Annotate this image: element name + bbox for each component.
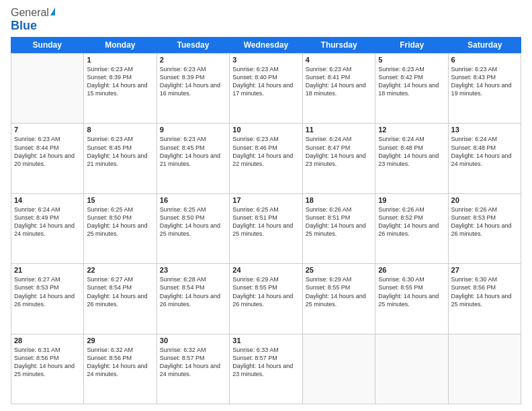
sunrise-text: Sunrise: 6:28 AM [160,276,206,283]
sunset-text: Sunset: 8:56 PM [14,355,59,361]
day-number: 27 [451,266,518,274]
header-day-saturday: Saturday [448,37,521,53]
sunset-text: Sunset: 8:48 PM [378,144,423,151]
logo-general-text: General [11,7,49,19]
calendar-row-3: 14Sunrise: 6:24 AMSunset: 8:49 PMDayligh… [11,194,521,264]
daylight-minutes-text: 15 minutes. [87,90,118,97]
daylight-minutes-text: 25 minutes. [451,301,483,308]
sunset-text: Sunset: 8:49 PM [14,214,59,221]
sunset-text: Sunset: 8:55 PM [306,284,351,291]
daylight-minutes-text: 21 minutes. [160,161,191,167]
sunset-text: Sunset: 8:57 PM [160,355,205,361]
daylight-text: Daylight: 14 hours and [378,82,439,89]
day-number: 28 [14,336,81,345]
day-number: 22 [87,266,153,274]
header-day-thursday: Thursday [302,37,375,53]
daylight-minutes-text: 26 minutes. [232,301,264,308]
sunset-text: Sunset: 8:41 PM [306,74,351,81]
day-number: 13 [451,126,518,134]
daylight-text: Daylight: 14 hours and [160,82,220,89]
sunset-text: Sunset: 8:46 PM [232,144,277,151]
day-number: 21 [14,266,81,274]
daylight-text: Daylight: 14 hours and [451,293,512,300]
sunset-text: Sunset: 8:47 PM [306,144,351,151]
day-cell-18: 18Sunrise: 6:26 AMSunset: 8:51 PMDayligh… [303,194,375,263]
daylight-text: Daylight: 14 hours and [87,82,147,89]
sunset-text: Sunset: 8:51 PM [306,214,351,221]
day-cell-10: 10Sunrise: 6:23 AMSunset: 8:46 PMDayligh… [230,124,302,193]
sunrise-text: Sunrise: 6:23 AM [87,136,133,142]
day-cell-7: 7Sunrise: 6:23 AMSunset: 8:44 PMDaylight… [11,124,84,193]
day-info: Sunrise: 6:25 AMSunset: 8:51 PMDaylight:… [232,205,299,238]
daylight-text: Daylight: 14 hours and [451,222,512,229]
sunset-text: Sunset: 8:39 PM [160,74,205,81]
day-info: Sunrise: 6:31 AMSunset: 8:56 PMDaylight:… [14,346,81,379]
day-info: Sunrise: 6:24 AMSunset: 8:48 PMDaylight:… [378,135,445,168]
day-number: 17 [232,196,299,204]
day-info: Sunrise: 6:24 AMSunset: 8:47 PMDaylight:… [306,135,372,168]
daylight-minutes-text: 22 minutes. [232,161,264,167]
day-cell-26: 26Sunrise: 6:30 AMSunset: 8:55 PMDayligh… [375,264,448,333]
day-info: Sunrise: 6:25 AMSunset: 8:50 PMDaylight:… [160,205,226,238]
sunrise-text: Sunrise: 6:23 AM [87,66,133,73]
day-info: Sunrise: 6:29 AMSunset: 8:55 PMDaylight:… [232,275,299,308]
daylight-text: Daylight: 14 hours and [232,222,293,229]
sunset-text: Sunset: 8:42 PM [378,74,423,81]
day-info: Sunrise: 6:32 AMSunset: 8:57 PMDaylight:… [160,346,226,379]
daylight-minutes-text: 21 minutes. [87,161,118,167]
day-cell-3: 3Sunrise: 6:23 AMSunset: 8:40 PMDaylight… [230,54,302,123]
day-info: Sunrise: 6:30 AMSunset: 8:56 PMDaylight:… [451,275,518,308]
day-cell-15: 15Sunrise: 6:25 AMSunset: 8:50 PMDayligh… [84,194,157,263]
sunset-text: Sunset: 8:52 PM [378,214,423,221]
daylight-text: Daylight: 14 hours and [306,222,366,229]
daylight-text: Daylight: 14 hours and [14,363,75,369]
daylight-text: Daylight: 14 hours and [87,152,147,159]
day-info: Sunrise: 6:26 AMSunset: 8:52 PMDaylight:… [378,205,445,238]
day-cell-5: 5Sunrise: 6:23 AMSunset: 8:42 PMDaylight… [375,54,448,123]
daylight-text: Daylight: 14 hours and [378,222,439,229]
daylight-minutes-text: 26 minutes. [87,301,118,308]
sunset-text: Sunset: 8:55 PM [232,284,277,291]
sunset-text: Sunset: 8:56 PM [451,284,496,291]
daylight-minutes-text: 25 minutes. [87,230,118,237]
sunrise-text: Sunrise: 6:23 AM [306,66,352,73]
daylight-text: Daylight: 14 hours and [160,222,220,229]
day-cell-9: 9Sunrise: 6:23 AMSunset: 8:45 PMDaylight… [157,124,230,193]
day-number: 5 [378,56,445,64]
day-number: 29 [87,336,153,345]
daylight-minutes-text: 26 minutes. [451,230,483,237]
day-number: 18 [306,196,372,204]
daylight-minutes-text: 24 minutes. [87,371,118,377]
header-day-wednesday: Wednesday [230,37,303,53]
day-info: Sunrise: 6:26 AMSunset: 8:51 PMDaylight:… [306,205,372,238]
daylight-minutes-text: 25 minutes. [14,371,46,377]
calendar-row-2: 7Sunrise: 6:23 AMSunset: 8:44 PMDaylight… [11,124,521,193]
day-cell-30: 30Sunrise: 6:32 AMSunset: 8:57 PMDayligh… [157,334,230,404]
header-day-monday: Monday [84,37,157,53]
sunrise-text: Sunrise: 6:26 AM [378,206,425,213]
sunset-text: Sunset: 8:44 PM [14,144,59,151]
day-cell-31: 31Sunrise: 6:33 AMSunset: 8:57 PMDayligh… [230,334,302,404]
day-cell-13: 13Sunrise: 6:24 AMSunset: 8:48 PMDayligh… [449,124,521,193]
daylight-text: Daylight: 14 hours and [378,293,439,300]
daylight-minutes-text: 24 minutes. [14,230,46,237]
day-cell-6: 6Sunrise: 6:23 AMSunset: 8:43 PMDaylight… [449,54,521,123]
daylight-minutes-text: 23 minutes. [306,161,337,167]
daylight-minutes-text: 26 minutes. [160,301,191,308]
day-cell-17: 17Sunrise: 6:25 AMSunset: 8:51 PMDayligh… [230,194,302,263]
calendar-body: 1Sunrise: 6:23 AMSunset: 8:39 PMDaylight… [11,53,521,404]
daylight-text: Daylight: 14 hours and [160,363,220,369]
sunrise-text: Sunrise: 6:23 AM [160,136,206,142]
daylight-text: Daylight: 14 hours and [160,152,220,159]
day-number: 19 [378,196,445,204]
calendar-header: SundayMondayTuesdayWednesdayThursdayFrid… [11,37,521,53]
sunset-text: Sunset: 8:50 PM [160,214,205,221]
sunrise-text: Sunrise: 6:25 AM [160,206,206,213]
daylight-text: Daylight: 14 hours and [378,152,439,159]
sunrise-text: Sunrise: 6:32 AM [160,347,206,353]
sunrise-text: Sunrise: 6:23 AM [232,136,279,142]
day-number: 25 [306,266,372,274]
day-number: 20 [451,196,518,204]
sunrise-text: Sunrise: 6:31 AM [14,347,60,353]
sunset-text: Sunset: 8:56 PM [87,355,132,361]
